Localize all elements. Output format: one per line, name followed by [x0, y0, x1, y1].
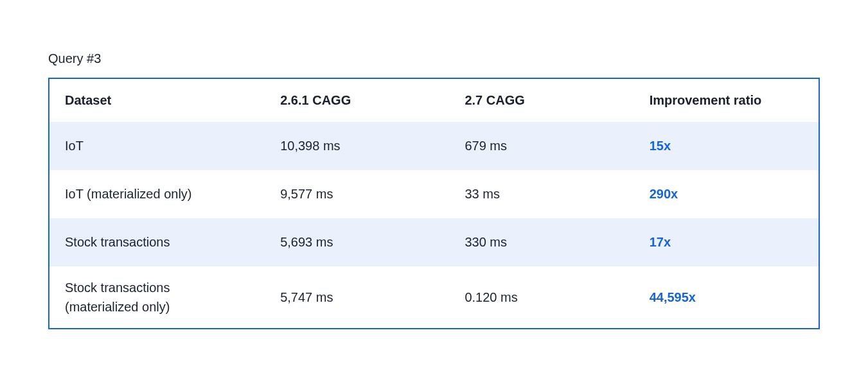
- cell-cagg2: 0.120 ms: [449, 266, 633, 328]
- cell-cagg1: 5,693 ms: [265, 218, 449, 266]
- table-row: IoT (materialized only) 9,577 ms 33 ms 2…: [49, 170, 819, 218]
- header-dataset: Dataset: [49, 79, 265, 122]
- table-header-row: Dataset 2.6.1 CAGG 2.7 CAGG Improvement …: [49, 79, 819, 122]
- cell-dataset: Stock transactions: [49, 218, 265, 266]
- header-cagg2: 2.7 CAGG: [449, 79, 633, 122]
- benchmark-table: Dataset 2.6.1 CAGG 2.7 CAGG Improvement …: [49, 79, 819, 328]
- cell-dataset: IoT: [49, 122, 265, 170]
- cell-cagg1: 9,577 ms: [265, 170, 449, 218]
- cell-ratio: 44,595x: [634, 266, 819, 328]
- table-row: Stock transactions 5,693 ms 330 ms 17x: [49, 218, 819, 266]
- table-title: Query #3: [48, 51, 820, 66]
- cell-ratio: 290x: [634, 170, 819, 218]
- cell-cagg1: 10,398 ms: [265, 122, 449, 170]
- cell-cagg2: 330 ms: [449, 218, 633, 266]
- header-improvement-ratio: Improvement ratio: [634, 79, 819, 122]
- benchmark-table-wrapper: Dataset 2.6.1 CAGG 2.7 CAGG Improvement …: [48, 78, 820, 329]
- table-row: IoT 10,398 ms 679 ms 15x: [49, 122, 819, 170]
- table-row: Stock transactions(materialized only) 5,…: [49, 266, 819, 328]
- cell-dataset: IoT (materialized only): [49, 170, 265, 218]
- cell-ratio: 15x: [634, 122, 819, 170]
- cell-dataset: Stock transactions(materialized only): [49, 266, 265, 328]
- cell-cagg2: 679 ms: [449, 122, 633, 170]
- cell-ratio: 17x: [634, 218, 819, 266]
- cell-cagg1: 5,747 ms: [265, 266, 449, 328]
- header-cagg1: 2.6.1 CAGG: [265, 79, 449, 122]
- cell-cagg2: 33 ms: [449, 170, 633, 218]
